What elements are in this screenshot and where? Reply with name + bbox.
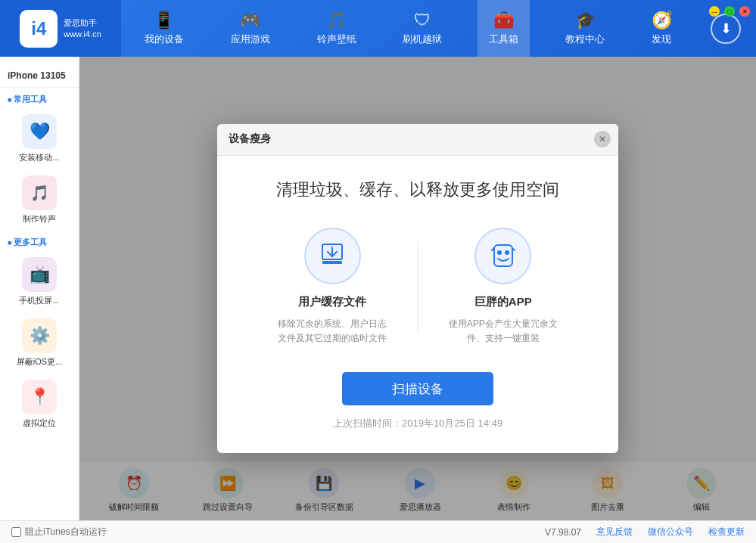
svg-rect-1 [322, 261, 342, 264]
sidebar: iPhone 13105 常用工具 💙 安装移动... 🎵 制作铃声 更多工具 … [0, 57, 79, 520]
option-cache-files: 用户缓存文件 移除冗余的系统、用户日志文件及其它过期的临时文件 [247, 228, 418, 346]
sidebar-ringtone[interactable]: 🎵 制作铃声 [0, 169, 79, 231]
cache-files-title: 用户缓存文件 [298, 295, 366, 309]
brand-name: 爱思助手 [64, 17, 101, 28]
sidebar-virtual-location[interactable]: 📍 虚拟定位 [0, 374, 79, 435]
itunes-label: 阻止iTunes自动运行 [25, 526, 107, 538]
logo-symbol: i4 [31, 18, 46, 39]
top-navigation: i4 爱思助手 www.i4.cn 📱 我的设备 🎮 应用游戏 🎵 铃声壁纸 🛡… [0, 0, 756, 57]
logo-area: i4 爱思助手 www.i4.cn [0, 0, 121, 57]
modal-headline: 清理垃圾、缓存、以释放更多使用空间 [247, 178, 588, 201]
nav-device-label: 我的设备 [145, 33, 184, 46]
modal-body: 清理垃圾、缓存、以释放更多使用空间 [217, 156, 618, 453]
maximize-button[interactable]: □ [724, 6, 735, 17]
sidebar-install-app[interactable]: 💙 安装移动... [0, 108, 79, 169]
nav-jailbreak[interactable]: 🛡 刷机越狱 [391, 0, 453, 57]
apps-icon: 🎮 [240, 11, 260, 30]
status-right: V7.98.07 意见反馈 微信公众号 检查更新 [545, 526, 745, 538]
nav-right: ⬇ [695, 14, 756, 44]
fat-apps-title: 巨胖的APP [474, 295, 532, 309]
section-common-tools: 常用工具 [0, 88, 79, 108]
status-left: 阻止iTunes自动运行 [11, 526, 107, 538]
nav-my-device[interactable]: 📱 我的设备 [133, 0, 195, 57]
toolbox-icon: 🧰 [493, 11, 514, 30]
jailbreak-icon: 🛡 [414, 11, 431, 30]
nav-discover[interactable]: 🧭 发现 [640, 0, 683, 57]
sidebar-block-ios[interactable]: ⚙️ 屏蔽iOS更... [0, 312, 79, 374]
ringtones-icon: 🎵 [326, 11, 347, 30]
screen-mirror-label: 手机投屏... [19, 295, 59, 306]
download-button[interactable]: ⬇ [711, 14, 741, 44]
svg-point-3 [497, 250, 502, 255]
scan-button[interactable]: 扫描设备 [342, 372, 493, 405]
virtual-location-icon: 📍 [22, 380, 57, 414]
fat-apps-desc: 使用APP会产生大量冗余文件、支持一键重装 [449, 317, 558, 346]
window-controls: — □ ✕ [709, 6, 750, 17]
section-more-tools: 更多工具 [0, 231, 79, 251]
nav-apps[interactable]: 🎮 应用游戏 [219, 0, 282, 57]
cache-files-desc: 移除冗余的系统、用户日志文件及其它过期的临时文件 [278, 317, 387, 346]
option-fat-apps: 巨胖的APP 使用APP会产生大量冗余文件、支持一键重装 [418, 228, 589, 346]
install-app-icon: 💙 [22, 114, 57, 149]
nav-ringtones[interactable]: 🎵 铃声壁纸 [306, 0, 368, 57]
status-bar: 阻止iTunes自动运行 V7.98.07 意见反馈 微信公众号 检查更新 [0, 520, 756, 543]
nav-tutorials-label: 教程中心 [565, 33, 605, 46]
wechat-link[interactable]: 微信公众号 [648, 526, 693, 538]
modal-options: 用户缓存文件 移除冗余的系统、用户日志文件及其它过期的临时文件 [247, 228, 588, 346]
discover-icon: 🧭 [652, 11, 672, 30]
logo-text: 爱思助手 www.i4.cn [64, 17, 101, 39]
fat-apps-icon [474, 228, 531, 284]
screen-mirror-icon: 📺 [22, 257, 57, 292]
nav-ringtones-label: 铃声壁纸 [317, 33, 356, 46]
device-icon: 📱 [154, 11, 174, 30]
ringtone-icon: 🎵 [22, 175, 57, 210]
modal-title: 设备瘦身 [229, 132, 271, 146]
nav-discover-label: 发现 [652, 33, 671, 46]
close-button[interactable]: ✕ [739, 6, 750, 17]
modal-device-slim: 设备瘦身 ✕ 清理垃圾、缓存、以释放更多使用空间 [217, 124, 618, 453]
svg-point-4 [505, 250, 509, 255]
content-area: ⏰ 破解时间限额 ⏩ 跳过设置向导 💾 备份引导区数据 ▶ 爱思播放器 😊 表情… [79, 57, 756, 520]
install-app-label: 安装移动... [19, 152, 59, 163]
nav-items: 📱 我的设备 🎮 应用游戏 🎵 铃声壁纸 🛡 刷机越狱 🧰 工具箱 🎓 教程中心… [121, 0, 695, 57]
cache-files-icon [304, 228, 361, 284]
sidebar-screen-mirror[interactable]: 📺 手机投屏... [0, 251, 79, 312]
modal-overlay: 设备瘦身 ✕ 清理垃圾、缓存、以释放更多使用空间 [79, 57, 756, 520]
feedback-link[interactable]: 意见反馈 [596, 526, 633, 538]
virtual-location-label: 虚拟定位 [23, 417, 56, 429]
itunes-checkbox[interactable] [11, 527, 21, 537]
main-area: iPhone 13105 常用工具 💙 安装移动... 🎵 制作铃声 更多工具 … [0, 57, 756, 520]
nav-apps-label: 应用游戏 [231, 33, 270, 46]
nav-jailbreak-label: 刷机越狱 [403, 33, 442, 46]
block-ios-icon: ⚙️ [22, 318, 57, 353]
logo-icon: i4 [20, 10, 58, 48]
check-update-link[interactable]: 检查更新 [708, 526, 745, 538]
nav-tutorials[interactable]: 🎓 教程中心 [554, 0, 616, 57]
brand-url: www.i4.cn [64, 29, 101, 39]
device-label: iPhone 13105 [0, 64, 79, 88]
modal-header: 设备瘦身 ✕ [217, 124, 618, 156]
minimize-button[interactable]: — [709, 6, 720, 17]
tutorials-icon: 🎓 [575, 11, 596, 30]
modal-close-button[interactable]: ✕ [594, 131, 611, 147]
nav-toolbox-label: 工具箱 [489, 33, 518, 46]
itunes-checkbox-area[interactable]: 阻止iTunes自动运行 [11, 526, 107, 538]
nav-toolbox[interactable]: 🧰 工具箱 [478, 0, 530, 57]
scan-time: 上次扫描时间：2019年10月25日 14:49 [247, 417, 588, 430]
version-text: V7.98.07 [545, 527, 581, 538]
ringtone-label: 制作铃声 [23, 213, 56, 225]
block-ios-label: 屏蔽iOS更... [17, 356, 63, 368]
svg-rect-2 [494, 245, 512, 266]
